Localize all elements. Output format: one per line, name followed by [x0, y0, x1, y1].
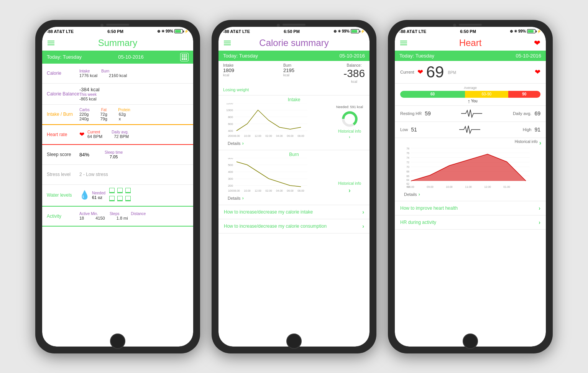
wifi-icon-1: ⊕: [157, 29, 160, 33]
historical-info-1[interactable]: Historical info: [338, 129, 361, 133]
svg-text:02.00: 02.00: [265, 135, 272, 137]
sleep-score-val: 84%: [79, 152, 89, 158]
svg-text:62: 62: [406, 182, 409, 185]
bt-icon-2: ✳: [338, 29, 341, 33]
svg-text:08.00: 08.00: [233, 135, 240, 137]
charge-icon-2: ⚡: [360, 29, 365, 33]
phone-screen-2: -88 AT&T LTE 6:50 PM ⊕ ✳ 99% ⚡: [218, 27, 370, 347]
phones-container: -88 AT&T LTE 6:50 PM ⊕ ✳ 99% ⚡: [35, 20, 553, 353]
details-arrow-1[interactable]: ›: [242, 141, 244, 146]
menu-button-3[interactable]: [400, 41, 407, 45]
svg-text:1000: 1000: [226, 108, 233, 112]
daily-avg-header: Daily avg.: [112, 130, 128, 134]
calorie-balance-row: Calorie Balance -384 kcal This week -865…: [42, 84, 193, 105]
calorie-link-1-text: How to increase/decrease my calorie inta…: [224, 209, 313, 215]
daily-avg-value-3: 69: [534, 110, 540, 117]
cup-1: [109, 188, 115, 193]
you-marker-text: You: [471, 99, 478, 103]
svg-text:08.00: 08.00: [297, 135, 304, 137]
svg-text:200: 200: [228, 184, 233, 187]
calorie-link-1[interactable]: How to increase/decrease my calorie inta…: [218, 205, 370, 219]
menu-button-2[interactable]: [224, 41, 231, 45]
menu-line3-3: [400, 44, 407, 45]
home-btn-1[interactable]: [110, 334, 125, 349]
svg-text:11.00: 11.00: [465, 186, 472, 188]
battery-pct-3: 99%: [518, 29, 526, 33]
date-value-3: 05-10-2016: [516, 53, 542, 59]
camera-3: [453, 24, 456, 27]
charge-icon-1: ⚡: [184, 29, 189, 33]
status-icons-1: ⊕ ✳ 99% ⚡: [157, 29, 189, 33]
calorie-link-2[interactable]: How to increase/decrease my calorie cons…: [218, 219, 370, 233]
stress-val: 2 - Low stress: [79, 172, 108, 177]
details-row-3: Details ›: [399, 190, 541, 199]
heart-link-1-arrow: ›: [539, 205, 540, 211]
page-title-3: Heart: [459, 38, 482, 48]
app-header-1: Summary: [42, 35, 193, 51]
menu-button-1[interactable]: [48, 41, 54, 45]
sleep-time-label: Sleep time: [105, 150, 123, 154]
historical-info-3[interactable]: Historical info: [515, 140, 538, 144]
heart-icon-3: ❤: [534, 38, 540, 48]
home-btn-2[interactable]: [286, 334, 302, 349]
water-needed-val: 61 oz: [92, 195, 105, 200]
svg-text:68: 68: [406, 170, 409, 173]
battery-pct-1: 99%: [166, 29, 173, 33]
status-carrier-1: -88 AT&T LTE: [47, 29, 74, 34]
you-marker-group: ↑ You: [468, 99, 540, 104]
details-arrow-2[interactable]: ›: [242, 196, 244, 201]
cal-balance-week-val: -865 kcal: [79, 97, 189, 101]
camera-2: [277, 24, 280, 27]
burn-chart-title: Burn: [223, 152, 365, 157]
speaker-3: [459, 24, 482, 26]
protein-burn-val: x: [119, 117, 121, 121]
status-time-1: 6:50 PM: [107, 29, 123, 34]
heart-link-1-text: How to improve heart health: [400, 205, 458, 211]
calorie-link-1-arrow: ›: [362, 209, 364, 215]
historical-info-2[interactable]: Historical info: [338, 181, 361, 186]
status-icons-2: ⊕ ✳ 99% ⚡: [333, 29, 365, 33]
cup-2: [117, 188, 123, 193]
cal-balance-label: Calorie Balance: [47, 91, 79, 97]
heart-rate-row: Heart rate ❤ Current Daily avg. 64 BPM 7…: [42, 125, 193, 145]
svg-text:02.00: 02.00: [265, 189, 272, 192]
home-btn-3[interactable]: [463, 334, 478, 349]
details-arrow-3[interactable]: ›: [419, 192, 420, 197]
svg-text:300: 300: [228, 177, 233, 181]
burn-chart-area: 600 500 400 300 200 100 08.00 10.00 12: [223, 158, 365, 194]
calorie-link-2-text: How to increase/decrease my calorie cons…: [224, 223, 327, 229]
date-bar-1: Today: Tuesday 05-10-2016: [42, 51, 193, 64]
date-label-2: Today: Tuesday: [223, 53, 258, 59]
calendar-icon-1[interactable]: [180, 53, 189, 61]
status-bar-1: -88 AT&T LTE 6:50 PM ⊕ ✳ 99% ⚡: [42, 27, 193, 35]
carbs-burn-val: 240g: [79, 117, 89, 121]
hist-arrow-1[interactable]: ›: [349, 135, 350, 139]
current-bpm-label: Current: [400, 70, 414, 74]
menu-line-3: [48, 44, 54, 45]
balance-stat-label: Balance:: [343, 63, 365, 67]
intake-burn-headers: Carbs Fat Protein: [79, 108, 189, 112]
fat-header: Fat: [101, 108, 107, 112]
menu-line3-2: [400, 43, 407, 43]
cal-balance-values: -384 kcal This week -865 kcal: [79, 87, 189, 101]
burn-val: 2160 kcal: [109, 73, 127, 78]
avg-bar-red: 90: [508, 91, 540, 98]
intake-chart-title: Intake: [223, 97, 365, 102]
svg-marker-56: [411, 154, 526, 181]
hist-arrow-3[interactable]: ›: [539, 140, 541, 146]
fat-burn-val: 79g: [100, 117, 107, 121]
hist-arrow-2[interactable]: ›: [348, 187, 350, 194]
intake-chart-section: Intake 1200: [218, 95, 370, 150]
intake-stat: Intake 1809 kcal: [223, 63, 234, 77]
svg-text:12.00: 12.00: [255, 189, 261, 192]
app-header-2: Calorie summary: [218, 35, 370, 51]
heart-link-1[interactable]: How to improve heart health ›: [395, 201, 546, 215]
phone-inner-1: -88 AT&T LTE 6:50 PM ⊕ ✳ 99% ⚡: [42, 27, 193, 347]
svg-text:10.00: 10.00: [244, 189, 251, 192]
charge-icon-3: ⚡: [537, 29, 541, 33]
heart-link-2[interactable]: HR during activity ›: [395, 215, 546, 230]
heart-chart-section: Historical info › 78 76 74 72 70 68 66 6…: [395, 138, 546, 201]
svg-text:01.00: 01.00: [503, 186, 510, 188]
burn-chart-section: Burn 600 500 400: [218, 150, 370, 205]
status-carrier-2: -88 AT&T LTE: [223, 29, 250, 34]
